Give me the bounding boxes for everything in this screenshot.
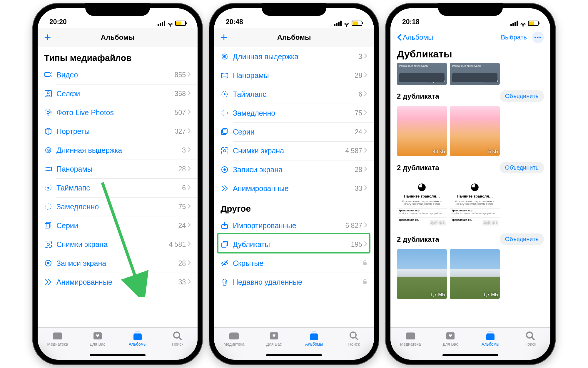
- list-row-slomo[interactable]: Замедленно75: [214, 104, 374, 122]
- more-button[interactable]: •••: [532, 32, 544, 43]
- tab-library[interactable]: Медиатека: [390, 331, 430, 360]
- phone-1: 20:20 + Альбомы Типы медиафайлов Видео85…: [32, 3, 203, 365]
- list-row-record[interactable]: Записи экрана28: [214, 160, 374, 179]
- chevron-icon: [188, 90, 191, 97]
- list-row-trash[interactable]: Недавно удаленные: [214, 273, 374, 291]
- wifi-icon: [520, 21, 526, 26]
- rows-container: Видео855Селфи358Фото Live Photos507Портр…: [38, 65, 198, 291]
- list-row-screenshot[interactable]: Снимки экрана4 581: [38, 235, 198, 254]
- merge-button[interactable]: Объединить: [500, 90, 544, 102]
- thumbnail[interactable]: ◕ Начните трансля… Через несколько секун…: [450, 178, 500, 228]
- row-count: 24: [178, 222, 186, 230]
- thumbnail[interactable]: Избранные аксессуары 10,1 МБ: [397, 63, 447, 85]
- row-count: 28: [178, 259, 186, 267]
- tab-search[interactable]: Поиск: [158, 331, 198, 360]
- back-button[interactable]: Альбомы: [397, 33, 433, 42]
- timelapse-icon: [44, 184, 56, 192]
- row-label: Видео: [56, 71, 175, 79]
- duplicate-thumbs: ◕ Начните трансля… Через несколько секун…: [390, 178, 550, 229]
- row-count: 195: [351, 241, 362, 248]
- phone-2: 20:48 + Альбомы Длинная выдержка3Панорам…: [209, 3, 379, 365]
- chevron-icon: [364, 110, 368, 116]
- trash-icon: [220, 278, 233, 286]
- row-label: Скрытые: [233, 259, 362, 268]
- screenshot-icon: [44, 241, 56, 248]
- merge-button[interactable]: Объединить: [500, 233, 544, 245]
- list-row-timelapse[interactable]: Таймлапс6: [214, 85, 374, 104]
- row-count: 855: [175, 71, 186, 79]
- tab-search[interactable]: Поиск: [334, 331, 374, 360]
- thumbnail[interactable]: Избранные аксессуары 10 МБ: [450, 63, 500, 85]
- group-title: 2 дубликата: [397, 92, 439, 100]
- row-label: Длинная выдержка: [233, 52, 358, 61]
- duplicate-thumbs: 1,7 МБ 1,7 МБ: [390, 249, 550, 301]
- content[interactable]: Типы медиафайлов Видео855Селфи358Фото Li…: [38, 47, 198, 327]
- select-button[interactable]: Выбрать: [501, 34, 527, 41]
- tab-library[interactable]: Медиатека: [214, 331, 254, 360]
- row-label: Таймлапс: [56, 184, 182, 192]
- status-time: 20:18: [402, 18, 420, 26]
- duplicate-strip-top: Избранные аксессуары 10,1 МБ Избранные а…: [390, 63, 550, 86]
- tab-library[interactable]: Медиатека: [38, 331, 78, 360]
- selfie-icon: [44, 90, 56, 97]
- row-label: Портреты: [56, 127, 175, 136]
- list-row-record[interactable]: Записи экрана28: [38, 254, 198, 273]
- content[interactable]: Длинная выдержка3Панорамы28Таймлапс6Заме…: [214, 47, 374, 327]
- row-count: 75: [355, 109, 362, 117]
- chevron-icon: [364, 222, 368, 229]
- row-label: Фото Live Photos: [56, 108, 175, 117]
- duplicate-group-header: 2 дубликата Объединить: [390, 158, 550, 178]
- row-count: 28: [355, 72, 362, 79]
- list-row-timelapse[interactable]: Таймлапс6: [38, 178, 198, 197]
- list-row-burst[interactable]: Серии24: [38, 216, 198, 235]
- thumbnail[interactable]: 1,7 МБ: [397, 249, 447, 299]
- chevron-icon: [364, 129, 368, 135]
- video-icon: [44, 71, 56, 79]
- list-row-dup[interactable]: Дубликаты195: [214, 235, 374, 254]
- screen: 20:48 + Альбомы Длинная выдержка3Панорам…: [214, 8, 374, 360]
- signal-icon: [158, 21, 165, 26]
- thumbnail[interactable]: 1,7 МБ: [450, 249, 500, 299]
- tab-search[interactable]: Поиск: [510, 331, 550, 360]
- list-row-selfie[interactable]: Селфи358: [38, 84, 198, 103]
- list-row-video[interactable]: Видео855: [38, 65, 198, 84]
- thumbnail[interactable]: 43 КБ: [397, 106, 447, 156]
- row-label: Записи экрана: [233, 165, 355, 174]
- list-row-portrait[interactable]: Портреты327: [38, 122, 198, 141]
- thumbnail[interactable]: 5 КБ: [450, 106, 500, 156]
- animated-icon: [220, 185, 233, 192]
- list-row-burst[interactable]: Серии24: [214, 122, 374, 141]
- pano-icon: [44, 165, 56, 173]
- thumbnail[interactable]: ◕ Начните трансля… Через несколько секун…: [397, 178, 447, 228]
- list-row-import[interactable]: Импортированные6 827: [214, 216, 374, 235]
- list-row-slomo[interactable]: Замедленно75: [38, 197, 198, 216]
- chevron-icon: [188, 109, 191, 116]
- home-indicator[interactable]: [90, 354, 146, 356]
- list-row-live[interactable]: Фото Live Photos507: [38, 103, 198, 122]
- section-media-types: Типы медиафайлов: [38, 47, 198, 65]
- chevron-icon: [188, 241, 191, 248]
- list-row-animated[interactable]: Анимированные33: [214, 179, 374, 198]
- chevron-icon: [188, 185, 191, 191]
- list-row-longexp[interactable]: Длинная выдержка3: [38, 141, 198, 160]
- timelapse-icon: [220, 90, 233, 98]
- list-row-longexp[interactable]: Длинная выдержка3: [214, 47, 374, 66]
- row-count: 6 827: [345, 222, 362, 230]
- list-row-screenshot[interactable]: Снимки экрана4 587: [214, 141, 374, 160]
- burst-icon: [220, 128, 233, 136]
- status-time: 20:20: [49, 18, 67, 26]
- row-count: 28: [178, 165, 186, 173]
- chevron-icon: [188, 222, 191, 229]
- list-row-animated[interactable]: Анимированные33: [38, 273, 198, 291]
- battery-icon: [528, 21, 539, 26]
- row-label: Серии: [233, 128, 355, 136]
- nav-bar: Альбомы Выбрать •••: [390, 28, 550, 47]
- home-indicator[interactable]: [266, 354, 322, 356]
- home-indicator[interactable]: [442, 354, 498, 356]
- list-row-pano[interactable]: Панорамы28: [214, 66, 374, 85]
- list-row-hidden[interactable]: Скрытые: [214, 254, 374, 273]
- row-count: 28: [355, 166, 362, 174]
- content[interactable]: Дубликаты Избранные аксессуары 10,1 МБ И…: [390, 47, 550, 327]
- list-row-pano[interactable]: Панорамы28: [38, 160, 198, 178]
- merge-button[interactable]: Объединить: [500, 162, 544, 173]
